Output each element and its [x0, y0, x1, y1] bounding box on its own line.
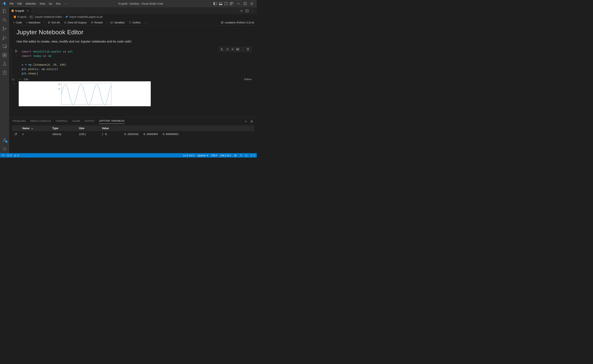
menu-view[interactable]: View	[38, 1, 47, 6]
add-code-cell-button[interactable]: +Code	[12, 20, 23, 25]
search-icon[interactable]	[2, 18, 7, 22]
execute-below-icon[interactable]	[231, 48, 234, 51]
menu-run[interactable]: Run	[54, 1, 62, 6]
tab-actions-gear-icon[interactable]	[240, 9, 243, 13]
split-cell-icon[interactable]	[236, 48, 239, 51]
outline-button[interactable]: Outline	[127, 20, 142, 25]
warnings-count[interactable]: 0	[14, 154, 19, 157]
remote-explorer-icon[interactable]	[2, 44, 7, 49]
restart-button[interactable]: Restart	[89, 20, 104, 25]
notebook-file-icon	[13, 16, 16, 18]
run-by-line-icon[interactable]	[220, 48, 224, 51]
ytick-label: 0.75	[58, 88, 60, 90]
kernel-selector[interactable]: condaenv (Python 3.10.4)	[221, 21, 254, 24]
errors-count[interactable]: 0	[7, 154, 12, 157]
col-name[interactable]: Name▲	[20, 125, 50, 131]
server-icon	[221, 21, 224, 24]
menu-edit[interactable]: Edit	[16, 1, 24, 6]
extensions-icon[interactable]	[2, 53, 7, 58]
run-cell-icon[interactable]	[15, 50, 18, 52]
breadcrumb-editor[interactable]: Jupyter Notebook Editor	[34, 15, 62, 18]
svg-rect-7	[232, 2, 233, 3]
svg-point-35	[241, 10, 242, 11]
cell-output: ··· 1.00 0.75	[9, 81, 257, 106]
tab-close-icon[interactable]	[27, 10, 29, 12]
panel-close-icon[interactable]	[250, 120, 253, 123]
var-type: ndarray	[50, 131, 76, 137]
remote-indicator[interactable]	[2, 154, 4, 157]
tab-hi-ipynb[interactable]: hi.ipynb	[9, 7, 31, 14]
maximize-icon[interactable]	[244, 2, 247, 5]
indentation[interactable]: Spaces: 4	[198, 154, 208, 157]
panel-tab-debug-console[interactable]: DEBUG CONSOLE	[30, 119, 51, 124]
variable-row[interactable]: x ndarray (100,) [ 0. 0.2020202 0.404040…	[12, 131, 254, 137]
run-all-button[interactable]: Run All	[47, 20, 61, 25]
col-type[interactable]: Type	[50, 125, 76, 131]
variables-table: Name▲ Type Size Value x ndarray (100,) […	[12, 125, 254, 137]
svg-rect-3	[219, 4, 222, 5]
clear-outputs-button[interactable]: Clear All Outputs	[62, 20, 88, 25]
accounts-icon[interactable]: 1	[2, 138, 7, 143]
breadcrumb-file[interactable]: hi.ipynb	[17, 15, 26, 18]
svg-rect-11	[244, 3, 246, 5]
run-debug-icon[interactable]	[2, 35, 7, 40]
svg-rect-22	[3, 53, 4, 55]
code-cell[interactable]: ⌄ import matplotlib.pyplot as plt import…	[11, 49, 257, 77]
cell-language[interactable]: Python	[244, 78, 252, 81]
delete-cell-icon[interactable]	[246, 48, 250, 51]
notebook-body[interactable]: Jupyter Notebook Editor Use this editor …	[9, 26, 257, 117]
svg-point-69	[235, 155, 236, 156]
toggle-panel-icon[interactable]	[219, 2, 222, 5]
toolbar-more-icon[interactable]: ···	[143, 20, 148, 25]
chevron-down-icon[interactable]: ⌄	[16, 54, 17, 56]
menu-selection[interactable]: Selection	[24, 1, 38, 6]
svg-rect-8	[230, 4, 231, 5]
eol[interactable]: CRLF	[211, 154, 217, 157]
svg-point-18	[5, 28, 6, 29]
testing-icon[interactable]	[2, 62, 7, 66]
panel-tab-problems[interactable]: PROBLEMS	[13, 119, 26, 124]
variables-button[interactable]: xVariables	[109, 20, 126, 25]
execute-above-icon[interactable]	[226, 48, 229, 51]
close-icon[interactable]	[250, 2, 253, 5]
breadcrumb[interactable]: hi.ipynb › M↓ Jupyter Notebook Editor › …	[9, 14, 257, 20]
svg-text:x: x	[111, 22, 112, 23]
cell-more-icon[interactable]: ···	[241, 48, 244, 51]
toggle-secondary-sidebar-icon[interactable]	[224, 2, 228, 5]
svg-point-14	[3, 18, 5, 21]
panel-tab-jupyter-variables[interactable]: JUPYTER: VARIABLES	[99, 119, 125, 124]
explorer-icon[interactable]	[2, 9, 7, 13]
source-control-icon[interactable]	[2, 26, 7, 31]
popout-icon[interactable]	[14, 133, 17, 136]
cursor-position[interactable]: Ln 3, Col 1	[183, 154, 194, 157]
panel-tab-azure[interactable]: AZURE	[72, 119, 80, 124]
svg-point-30	[4, 148, 5, 150]
output-actions-icon[interactable]: ···	[11, 81, 17, 106]
menu-file[interactable]: File	[8, 1, 16, 6]
cell-indicator[interactable]: Cell 2 of 2	[220, 154, 231, 157]
settings-gear-icon[interactable]	[2, 147, 7, 151]
panel-tab-terminal[interactable]: TERMINAL	[56, 119, 68, 124]
jupyter-icon[interactable]	[2, 70, 7, 75]
panel-collapse-icon[interactable]	[244, 120, 247, 123]
minimize-icon[interactable]	[237, 2, 240, 5]
toggle-primary-sidebar-icon[interactable]	[213, 2, 217, 5]
tab-more-icon[interactable]: ···	[251, 9, 254, 13]
notebook-file-icon	[11, 10, 14, 12]
svg-point-71	[240, 154, 241, 155]
customize-layout-icon[interactable]	[230, 2, 233, 5]
menu-go[interactable]: Go	[47, 1, 54, 6]
panel-tab-output[interactable]: OUTPUT	[85, 119, 95, 124]
col-size[interactable]: Size	[76, 125, 99, 131]
copilot-icon[interactable]	[234, 154, 237, 157]
add-markdown-cell-button[interactable]: +Markdown	[25, 20, 42, 25]
prettier-icon[interactable]: { }	[251, 154, 255, 157]
feedback-icon[interactable]	[240, 154, 242, 157]
menu-overflow-icon[interactable]: ···	[62, 1, 68, 6]
split-editor-icon[interactable]	[245, 9, 249, 13]
col-value[interactable]: Value	[99, 125, 254, 131]
window-title: hi.ipynb - Desktop - Visual Studio Code	[68, 2, 213, 5]
breadcrumb-symbol[interactable]: import matplotlib.pyplot as plt	[69, 15, 102, 18]
notifications-bell-icon[interactable]	[245, 154, 248, 157]
code-editor[interactable]: import matplotlib.pyplot as plt import n…	[20, 49, 257, 77]
